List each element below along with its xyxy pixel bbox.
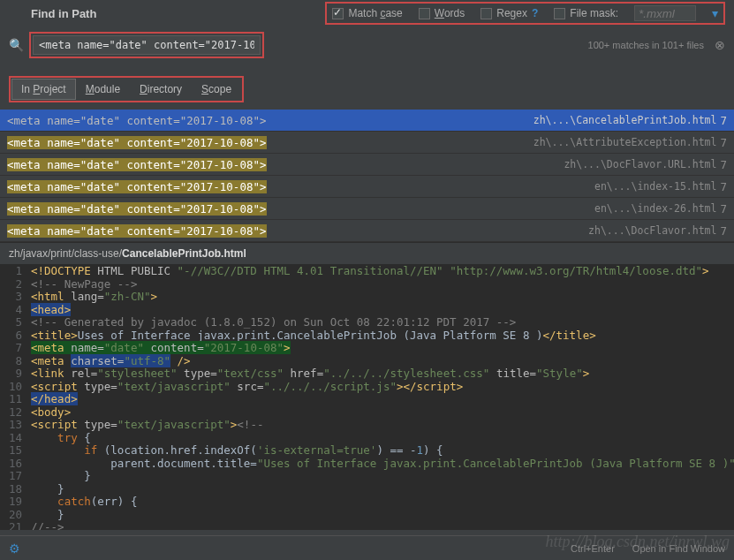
gear-icon[interactable]: ⚙ <box>9 541 20 556</box>
matches-count-label: 100+ matches in 101+ files <box>588 40 704 50</box>
result-path: en\...\index-15.html <box>594 180 716 193</box>
line-number: 8 <box>0 355 31 368</box>
line-number: 6 <box>0 329 31 343</box>
code-line: 21//--> <box>0 521 734 530</box>
regex-checkbox[interactable] <box>481 8 492 19</box>
code-line: 9<link rel="stylesheet" type="text/css" … <box>0 367 734 381</box>
words-option[interactable]: Words <box>419 7 465 19</box>
result-path: zh\...\DocFlavor.html <box>588 224 716 237</box>
tab-directory[interactable]: Directory <box>130 79 192 100</box>
line-number: 14 <box>0 432 31 445</box>
hint-shortcut: Ctrl+Enter <box>571 543 615 554</box>
file-mask-input[interactable] <box>634 5 696 21</box>
line-number: 20 <box>0 509 31 522</box>
code-line: 19 catch(err) { <box>0 496 734 509</box>
search-options: Match case Words Regex? File mask: ▾ <box>325 2 725 25</box>
line-number: 12 <box>0 406 31 420</box>
preview-file-path: zh/javax/print/class-use/CancelablePrint… <box>0 242 734 265</box>
code-line: 16 parent.document.title="Uses of Interf… <box>0 458 734 471</box>
result-row[interactable]: <meta name="date" content="2017-10-08">z… <box>0 154 734 176</box>
regex-option[interactable]: Regex? <box>481 7 538 19</box>
code-preview[interactable]: 1<!DOCTYPE HTML PUBLIC "-//W3C//DTD HTML… <box>0 265 734 530</box>
file-mask-checkbox[interactable] <box>554 8 565 19</box>
tab-module[interactable]: Module <box>76 79 130 100</box>
line-number: 3 <box>0 291 31 304</box>
result-count: 7 <box>720 114 727 127</box>
result-row[interactable]: <meta name="date" content="2017-10-08">z… <box>0 110 734 132</box>
match-case-checkbox[interactable] <box>332 8 344 19</box>
filter-icon[interactable]: ▾ <box>712 6 718 20</box>
result-path: zh\...\AttributeException.html <box>533 136 717 148</box>
line-number: 19 <box>0 496 31 509</box>
tab-in-project[interactable]: In Project <box>11 79 76 100</box>
line-number: 16 <box>0 458 31 471</box>
result-count: 7 <box>720 158 727 171</box>
line-number: 15 <box>0 444 31 458</box>
code-line: 1<!DOCTYPE HTML PUBLIC "-//W3C//DTD HTML… <box>0 265 734 278</box>
result-count: 7 <box>720 224 727 238</box>
line-number: 4 <box>0 304 31 317</box>
code-line: 17 } <box>0 470 734 483</box>
code-line: 20 } <box>0 509 734 522</box>
result-path: zh\...\DocFlavor.URL.html <box>564 158 716 170</box>
result-count: 7 <box>720 136 727 149</box>
line-number: 11 <box>0 393 31 406</box>
code-line: 12<body> <box>0 406 734 420</box>
result-row[interactable]: <meta name="date" content="2017-10-08">z… <box>0 220 734 242</box>
code-line: 2<!-- NewPage --> <box>0 278 734 291</box>
line-number: 10 <box>0 381 31 394</box>
line-number: 18 <box>0 483 31 496</box>
code-line: 14 try { <box>0 432 734 445</box>
code-line: 4<head> <box>0 304 734 317</box>
line-number: 9 <box>0 367 31 381</box>
code-line: 15 if (location.href.indexOf('is-externa… <box>0 444 734 458</box>
line-number: 13 <box>0 419 31 432</box>
words-checkbox[interactable] <box>419 8 430 19</box>
code-line: 13<script type="text/javascript"><!-- <box>0 419 734 432</box>
line-number: 5 <box>0 316 31 329</box>
code-line: 18 } <box>0 483 734 496</box>
line-number: 17 <box>0 470 31 483</box>
code-line: 5<!-- Generated by javadoc (1.8.0_152) o… <box>0 316 734 329</box>
result-count: 7 <box>720 202 727 216</box>
code-line: 11</head> <box>0 393 734 406</box>
result-row[interactable]: <meta name="date" content="2017-10-08">z… <box>0 132 734 154</box>
line-number: 21 <box>0 521 31 530</box>
code-line: 3<html lang="zh-CN"> <box>0 291 734 304</box>
hint-action[interactable]: Open in Find Window <box>632 543 725 554</box>
scope-tabs: In Project Module Directory Scope <box>9 76 244 102</box>
code-line: 6<title>Uses of Interface javax.print.Ca… <box>0 329 734 343</box>
code-line: 8<meta charset="utf-8" /> <box>0 355 734 368</box>
line-number: 2 <box>0 278 31 291</box>
code-line: 7<meta name="date" content="2017-10-08"> <box>0 342 734 355</box>
result-row[interactable]: <meta name="date" content="2017-10-08">e… <box>0 198 734 220</box>
result-path: en\...\index-26.html <box>594 202 716 215</box>
dialog-title: Find in Path <box>31 7 96 20</box>
match-case-option[interactable]: Match case <box>332 7 402 19</box>
tab-scope[interactable]: Scope <box>192 79 241 100</box>
clear-search-icon[interactable]: ⊗ <box>715 38 725 52</box>
search-input[interactable] <box>33 35 261 55</box>
file-mask-option[interactable]: File mask: <box>554 7 618 19</box>
search-icon: 🔍 <box>9 38 24 52</box>
regex-help-icon[interactable]: ? <box>532 7 538 19</box>
code-line: 10<script type="text/javascript" src="..… <box>0 381 734 394</box>
line-number: 7 <box>0 342 31 355</box>
results-list: <meta name="date" content="2017-10-08">z… <box>0 110 734 242</box>
footer-bar: ⚙ Ctrl+Enter Open in Find Window <box>0 535 734 560</box>
result-row[interactable]: <meta name="date" content="2017-10-08">e… <box>0 176 734 198</box>
result-count: 7 <box>720 180 727 193</box>
result-path: zh\...\CancelablePrintJob.html <box>533 114 717 126</box>
line-number: 1 <box>0 265 31 278</box>
